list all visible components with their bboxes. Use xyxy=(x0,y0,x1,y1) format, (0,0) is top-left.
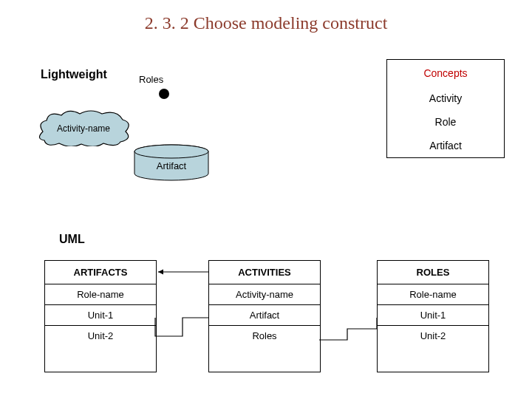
artifacts-header: ARTIFACTS xyxy=(45,261,156,284)
activities-header: ACTIVITIES xyxy=(209,261,320,284)
table-row: Activity-name xyxy=(209,284,320,305)
roles-header: ROLES xyxy=(378,261,488,284)
table-row: Artifact xyxy=(209,305,320,326)
concepts-row-role: Role xyxy=(387,110,504,134)
table-row: Roles xyxy=(209,326,320,346)
activity-cloud: Activity-name xyxy=(35,109,132,146)
concepts-box: Concepts Activity Role Artifact xyxy=(386,59,505,158)
page-title: 2. 3. 2 Choose modeling construct xyxy=(0,13,532,33)
table-row: Unit-1 xyxy=(378,305,488,326)
table-row: Unit-1 xyxy=(45,305,156,326)
table-activities: ACTIVITIES Activity-name Artifact Roles xyxy=(208,260,321,372)
table-row: Role-name xyxy=(378,284,488,305)
roles-dot-icon xyxy=(159,89,169,99)
table-artifacts: ARTIFACTS Role-name Unit-1 Unit-2 xyxy=(44,260,157,372)
roles-node-label: Roles xyxy=(139,74,163,85)
table-row: Unit-2 xyxy=(45,326,156,346)
table-row: Role-name xyxy=(45,284,156,305)
artifact-cylinder: Artifact xyxy=(133,144,211,181)
concepts-row-activity: Activity xyxy=(387,86,504,110)
cylinder-text: Artifact xyxy=(157,160,187,171)
table-row: Unit-2 xyxy=(378,326,488,346)
svg-point-1 xyxy=(134,145,208,158)
concepts-header: Concepts xyxy=(387,60,504,86)
lightweight-label: Lightweight xyxy=(41,68,107,81)
cloud-text: Activity-name xyxy=(57,123,110,134)
uml-label: UML xyxy=(59,233,85,246)
concepts-row-artifact: Artifact xyxy=(387,134,504,157)
table-roles: ROLES Role-name Unit-1 Unit-2 xyxy=(377,260,489,372)
